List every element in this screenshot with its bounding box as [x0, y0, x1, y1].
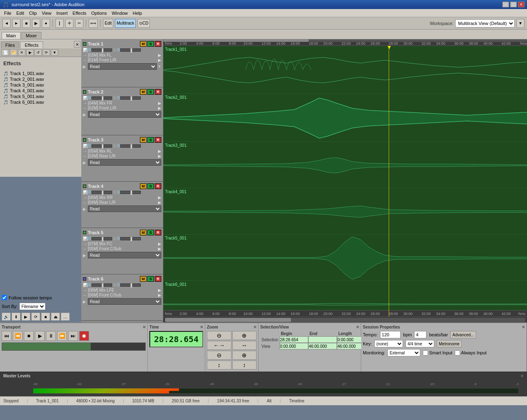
pt-open[interactable]: 📂: [10, 49, 17, 56]
track-3-solo[interactable]: S: [147, 137, 154, 143]
track-3-vol-slider[interactable]: [92, 144, 112, 148]
track-4-vol-slider[interactable]: [92, 191, 112, 194]
smart-input-checkbox[interactable]: [423, 350, 428, 356]
zoom-close[interactable]: ✕: [253, 325, 257, 329]
transport-next[interactable]: ⏩: [57, 331, 67, 341]
track-5-mute[interactable]: M: [140, 230, 147, 235]
sel-begin-input[interactable]: [280, 336, 308, 343]
cd-tab-button[interactable]: ⊙ CD: [137, 19, 150, 28]
pt-new[interactable]: 📄: [2, 49, 9, 56]
zoom-fit-h[interactable]: ←→: [207, 341, 231, 350]
menu-effects[interactable]: Effects: [70, 10, 89, 16]
pt-loop[interactable]: ⟳: [43, 49, 50, 56]
mode-6-arrow[interactable]: ▶: [83, 299, 86, 304]
tab-main[interactable]: Main: [2, 32, 21, 39]
menu-clip[interactable]: Clip: [27, 10, 39, 16]
time-sig-select[interactable]: 4/4 time: [406, 340, 434, 347]
edit-tab-button[interactable]: Edit: [103, 19, 113, 28]
menu-view[interactable]: View: [39, 10, 54, 16]
tool-stop[interactable]: ■: [22, 19, 30, 28]
mode-3-arrow[interactable]: ▶: [83, 160, 86, 165]
multitrack-tab-button[interactable]: Multitrack: [115, 19, 136, 28]
tab-effects[interactable]: Effects: [20, 41, 43, 48]
tool-record[interactable]: ●: [42, 19, 50, 28]
minimize-button[interactable]: −: [502, 2, 509, 7]
tool-play[interactable]: ▶: [32, 19, 40, 28]
route-2-btn[interactable]: ▶: [158, 58, 161, 62]
track-3-mode-select[interactable]: Read: [88, 159, 161, 166]
tempo-input[interactable]: [380, 331, 401, 338]
track-1-record[interactable]: R: [155, 41, 161, 47]
track-3-pan-slider[interactable]: [120, 144, 141, 148]
route5-1-btn[interactable]: ▶: [158, 242, 161, 246]
sel-end-input[interactable]: [308, 336, 337, 343]
track-4-solo[interactable]: S: [147, 183, 154, 189]
route6-2-btn[interactable]: ▶: [158, 293, 161, 297]
tool-fwd[interactable]: ►: [12, 19, 21, 28]
zoom-fit-v[interactable]: ↕: [207, 361, 231, 370]
track-5-vol-slider[interactable]: [92, 237, 112, 240]
h-scrollbar-thumb[interactable]: [165, 318, 291, 322]
track-4-mute[interactable]: M: [140, 183, 147, 189]
always-input-checkbox[interactable]: [455, 350, 460, 356]
tool-scrub[interactable]: ⟺: [89, 19, 98, 28]
track-1-mute[interactable]: M: [140, 41, 147, 47]
transport-play[interactable]: ▶: [35, 331, 45, 341]
track-6-solo[interactable]: S: [147, 276, 154, 282]
track-4-waveform[interactable]: Track4_001: [163, 188, 527, 235]
pt-autoplay[interactable]: ↺: [34, 49, 42, 56]
follow-tempo-checkbox[interactable]: [2, 295, 7, 300]
track-2-record[interactable]: R: [155, 89, 161, 95]
route3-1-btn[interactable]: ▶: [158, 149, 161, 153]
route-1-btn[interactable]: ▶: [158, 53, 161, 57]
track-5-record[interactable]: R: [155, 230, 161, 235]
zoom-out-v[interactable]: ⊖: [207, 351, 231, 360]
track-5-solo[interactable]: S: [147, 230, 154, 235]
track-1-vol-slider[interactable]: [92, 48, 112, 52]
tool-move[interactable]: ✛: [65, 19, 73, 28]
track-2-waveform[interactable]: Track2_001: [163, 94, 527, 142]
monitoring-select[interactable]: External: [387, 349, 420, 356]
transport-stop[interactable]: ■: [24, 331, 34, 341]
track-1-waveform[interactable]: Track1_001: [163, 46, 527, 94]
transport-skip-fwd[interactable]: ⏭: [68, 331, 78, 341]
metronome-button[interactable]: Metronome: [437, 340, 462, 347]
workspace-select[interactable]: Multitrack View (Default): [455, 19, 515, 27]
track-6-mode-select[interactable]: Read: [88, 298, 161, 305]
mode-4-arrow[interactable]: ▶: [83, 207, 86, 211]
pt-close[interactable]: ✕: [18, 49, 25, 56]
sort-by-select[interactable]: Filename: [19, 303, 46, 310]
pb-import[interactable]: ⬇: [11, 313, 21, 321]
pt-play[interactable]: ▶: [26, 49, 34, 56]
track-6-pan-slider[interactable]: [120, 283, 141, 287]
route5-2-btn[interactable]: ▶: [158, 247, 161, 251]
file-item[interactable]: 🎵 Track 4_001.wav: [2, 88, 79, 94]
pt-menu[interactable]: ▼: [51, 49, 58, 56]
route2-1-btn[interactable]: ▶: [158, 101, 161, 105]
track-3-record[interactable]: R: [155, 137, 161, 143]
pb-eject[interactable]: ⏏: [51, 313, 60, 321]
track-4-record[interactable]: R: [155, 183, 161, 189]
menu-edit[interactable]: Edit: [14, 10, 27, 16]
close-button[interactable]: ✕: [518, 2, 525, 7]
track-4-mode-select[interactable]: Read: [88, 205, 161, 212]
track-5-mode-select[interactable]: Read: [88, 252, 161, 258]
track-3-waveform[interactable]: Track3_001: [163, 142, 527, 188]
pb-stop[interactable]: ■: [41, 313, 50, 321]
menu-help[interactable]: Help: [130, 10, 144, 16]
h-scrollbar[interactable]: [163, 317, 527, 322]
panel-close-btn[interactable]: ✕: [74, 41, 80, 48]
file-item[interactable]: 🎵 Track 2_001.wav: [2, 76, 79, 82]
tool-select[interactable]: I: [55, 19, 64, 28]
tab-files[interactable]: Files: [1, 41, 19, 48]
pb-speaker[interactable]: 🔊: [2, 313, 11, 321]
mode-1-arrow[interactable]: ▶: [83, 64, 86, 69]
beats-input[interactable]: [414, 331, 426, 338]
route6-1-btn[interactable]: ▶: [158, 288, 161, 292]
file-item[interactable]: 🎵 Track 5_001.wav: [2, 94, 79, 99]
mode-2-arrow[interactable]: ▶: [83, 112, 86, 117]
route3-2-btn[interactable]: ▶: [158, 154, 161, 158]
track-2-pan-slider[interactable]: [120, 96, 141, 100]
track-5-waveform[interactable]: Track5_001: [163, 235, 527, 281]
track-2-mute[interactable]: M: [140, 89, 147, 95]
